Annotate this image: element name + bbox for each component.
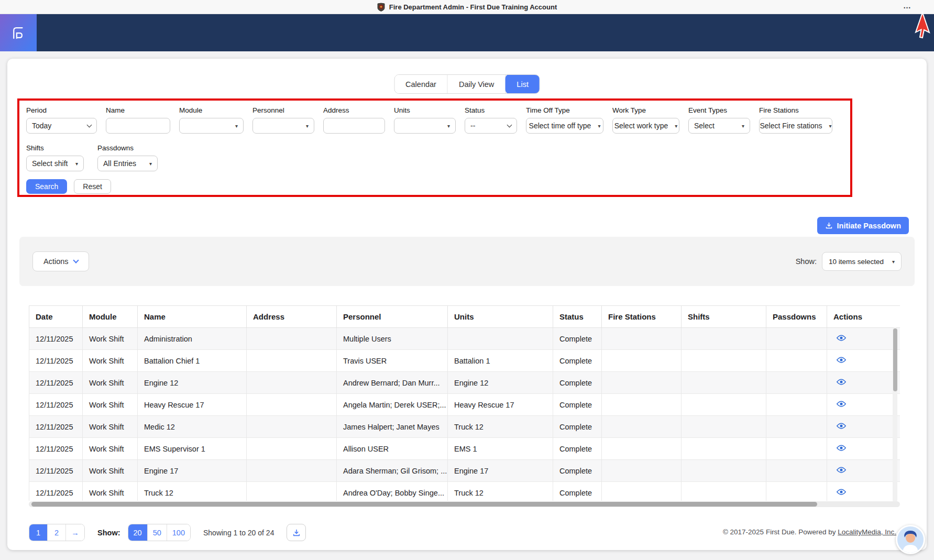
cell-date: 12/11/2025 xyxy=(29,372,83,394)
cell-actions xyxy=(827,350,900,372)
cell-shifts xyxy=(682,350,766,372)
column-header-address: Address xyxy=(247,306,337,328)
column-header-shifts: Shifts xyxy=(682,306,766,328)
table-vertical-scrollbar[interactable] xyxy=(893,327,897,502)
cell-date: 12/11/2025 xyxy=(29,482,83,501)
schedule-table-container: DateModuleNameAddressPersonnelUnitsStatu… xyxy=(29,305,900,501)
view-entry-icon[interactable] xyxy=(837,334,846,342)
shifts-dropdown[interactable]: Select shift ▾ xyxy=(26,156,84,171)
cell-name: Medic 12 xyxy=(138,416,247,438)
show-columns-label: Show: xyxy=(796,257,817,266)
cell-units: Truck 12 xyxy=(448,482,553,501)
page-size-50-button[interactable]: 50 xyxy=(148,524,167,541)
cell-name: Administration xyxy=(138,328,247,350)
cell-fire_stations xyxy=(602,328,682,350)
cell-units xyxy=(448,328,553,350)
scrollbar-thumb[interactable] xyxy=(893,328,897,391)
view-entry-icon[interactable] xyxy=(837,356,846,364)
search-button[interactable]: Search xyxy=(26,179,67,194)
cell-passdowns xyxy=(766,350,827,372)
personnel-label: Personnel xyxy=(252,106,314,114)
column-header-status: Status xyxy=(553,306,602,328)
tab-daily-view[interactable]: Daily View xyxy=(448,75,506,93)
address-input[interactable] xyxy=(323,118,385,134)
schedule-table: DateModuleNameAddressPersonnelUnitsStatu… xyxy=(29,305,900,501)
table-row: 12/11/2025Work ShiftTruck 12Andrea O'Day… xyxy=(29,482,900,501)
schedule-table-body: 12/11/2025Work ShiftAdministrationMultip… xyxy=(29,328,900,501)
localitymedia-link[interactable]: LocalityMedia, Inc. xyxy=(838,528,896,536)
caret-down-icon: ▾ xyxy=(235,123,238,129)
event-types-dropdown[interactable]: Select ▾ xyxy=(688,118,750,134)
column-header-date: Date xyxy=(29,306,83,328)
view-entry-icon[interactable] xyxy=(837,400,846,408)
cell-status: Complete xyxy=(553,482,602,501)
page-1-button[interactable]: 1 xyxy=(29,524,48,541)
work-type-dropdown[interactable]: Select work type ▾ xyxy=(612,118,679,134)
filter-buttons: Search Reset xyxy=(26,179,111,194)
columns-select[interactable]: 10 items selected ▾ xyxy=(822,252,902,271)
first-due-logo[interactable] xyxy=(0,14,37,51)
cell-fire_stations xyxy=(602,416,682,438)
cell-date: 12/11/2025 xyxy=(29,416,83,438)
tab-calendar[interactable]: Calendar xyxy=(394,75,448,93)
next-page-button[interactable]: → xyxy=(66,524,84,541)
view-entry-icon[interactable] xyxy=(837,488,846,496)
cell-actions xyxy=(827,438,900,460)
cell-actions xyxy=(827,460,900,482)
column-header-module: Module xyxy=(83,306,138,328)
cell-fire_stations xyxy=(602,438,682,460)
address-label: Address xyxy=(323,106,385,114)
cell-actions xyxy=(827,328,900,350)
page-2-button[interactable]: 2 xyxy=(48,524,66,541)
cell-address xyxy=(247,350,337,372)
column-header-personnel: Personnel xyxy=(337,306,448,328)
tab-list[interactable]: List xyxy=(505,74,540,94)
status-label: Status xyxy=(465,106,517,114)
pagination-bar: 1 2 → Show: 20 50 100 Showing 1 to 20 of… xyxy=(29,524,306,541)
cell-address xyxy=(247,416,337,438)
support-avatar[interactable] xyxy=(896,525,925,554)
view-entry-icon[interactable] xyxy=(837,444,846,452)
scrollbar-thumb[interactable] xyxy=(31,502,817,507)
personnel-dropdown[interactable]: ▾ xyxy=(252,118,314,134)
cell-passdowns xyxy=(766,482,827,501)
cell-fire_stations xyxy=(602,372,682,394)
filter-panel-row1: Period Today Name Module ▾ Personnel ▾ xyxy=(26,106,832,134)
cell-passdowns xyxy=(766,328,827,350)
cell-status: Complete xyxy=(553,460,602,482)
cell-status: Complete xyxy=(553,328,602,350)
units-dropdown[interactable]: ▾ xyxy=(394,118,456,134)
table-horizontal-scrollbar[interactable] xyxy=(29,501,900,507)
export-download-button[interactable] xyxy=(287,524,306,541)
cell-passdowns xyxy=(766,394,827,416)
view-entry-icon[interactable] xyxy=(837,422,846,430)
cell-module: Work Shift xyxy=(83,482,138,501)
cell-shifts xyxy=(682,460,766,482)
cell-status: Complete xyxy=(553,394,602,416)
view-entry-icon[interactable] xyxy=(837,378,846,386)
fire-stations-label: Fire Stations xyxy=(759,106,832,114)
actions-dropdown-button[interactable]: Actions xyxy=(32,251,89,271)
reset-button[interactable]: Reset xyxy=(74,179,111,194)
cell-personnel: Multiple Users xyxy=(337,328,448,350)
cell-name: EMS Supervisor 1 xyxy=(138,438,247,460)
page-size-20-button[interactable]: 20 xyxy=(128,524,148,541)
cell-actions xyxy=(827,394,900,416)
status-select[interactable]: -- xyxy=(465,118,517,134)
caret-down-icon: ▾ xyxy=(892,259,895,265)
passdowns-dropdown[interactable]: All Entries ▾ xyxy=(97,156,158,171)
name-input[interactable] xyxy=(106,118,170,134)
fire-stations-dropdown[interactable]: Select Fire stations ▾ xyxy=(759,118,832,134)
titlebar-menu-icon[interactable]: … xyxy=(903,1,912,10)
view-entry-icon[interactable] xyxy=(837,466,846,474)
period-select[interactable]: Today xyxy=(26,118,97,134)
period-label: Period xyxy=(26,106,97,114)
module-dropdown[interactable]: ▾ xyxy=(179,118,244,134)
initiate-passdown-button[interactable]: Initiate Passdown xyxy=(817,217,909,234)
page-size-100-button[interactable]: 100 xyxy=(167,524,190,541)
column-header-passdowns: Passdowns xyxy=(766,306,827,328)
time-off-type-dropdown[interactable]: Select time off type ▾ xyxy=(526,118,603,134)
copyright-text: © 2017-2025 First Due. Powered by Locali… xyxy=(723,528,896,536)
shifts-label: Shifts xyxy=(26,144,84,152)
cell-address xyxy=(247,482,337,501)
